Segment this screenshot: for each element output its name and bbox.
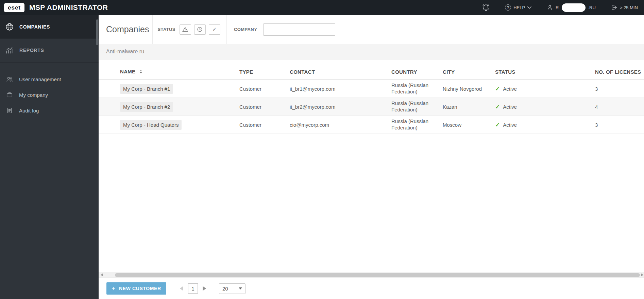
briefcase-icon <box>6 91 13 99</box>
new-customer-label: NEW CUSTOMER <box>119 286 161 291</box>
cell-licenses: 3 <box>595 116 644 134</box>
sidebar-item-label: REPORTS <box>19 48 44 53</box>
sidebar-secondary-nav: User management My company <box>0 63 99 118</box>
notifications-bell-icon[interactable] <box>482 3 490 12</box>
page-size-value: 20 <box>222 286 228 292</box>
chevron-down-icon <box>527 6 531 9</box>
app-title: MSP ADMINISTRATOR <box>29 3 108 12</box>
companies-table-wrap: NAME TYPE CONTACT COUNTRY CITY STATUS NO… <box>99 64 644 134</box>
column-header-licenses[interactable]: NO. OF LICENSES <box>595 64 644 80</box>
topbar-right: ? HELP R .RU <box>482 3 644 12</box>
content-header: Companies STATUS <box>99 15 644 44</box>
companies-table: NAME TYPE CONTACT COUNTRY CITY STATUS NO… <box>99 64 644 134</box>
scroll-left-arrow-icon[interactable] <box>101 274 103 276</box>
cell-city: Kazan <box>443 98 495 116</box>
cell-licenses: 4 <box>595 98 644 116</box>
user-account-menu[interactable]: R .RU <box>546 3 596 12</box>
cell-type: Customer <box>239 98 290 116</box>
company-name-link[interactable]: My Corp - Branch #2 <box>120 102 173 112</box>
chart-icon <box>5 46 14 55</box>
sidebar-item-reports[interactable]: REPORTS <box>0 38 99 62</box>
session-timeout[interactable]: > 25 MIN <box>611 4 638 11</box>
warning-triangle-icon <box>182 26 188 33</box>
sidebar-scrollbar-thumb[interactable] <box>96 19 98 45</box>
cell-type: Customer <box>239 116 290 134</box>
status-filter-pending-button[interactable] <box>194 24 206 35</box>
sidebar-item-user-management[interactable]: User management <box>0 71 99 87</box>
chevron-down-icon <box>239 287 242 289</box>
column-header-status[interactable]: STATUS <box>495 64 595 80</box>
company-filter-input[interactable] <box>263 23 335 36</box>
cell-country: Russia (Russian Federation) <box>391 80 443 98</box>
user-icon <box>546 4 553 11</box>
cell-country: Russia (Russian Federation) <box>391 98 443 116</box>
next-page-arrow-icon[interactable] <box>203 286 206 291</box>
cell-status: ✓Active <box>495 116 595 134</box>
page-title: Companies <box>106 24 149 34</box>
topbar: eset MSP ADMINISTRATOR ? HELP <box>0 0 644 15</box>
footer: + NEW CUSTOMER 1 20 <box>99 278 644 299</box>
current-page-indicator[interactable]: 1 <box>188 283 198 294</box>
sidebar-item-my-company[interactable]: My company <box>0 87 99 103</box>
cell-country: Russia (Russian Federation) <box>391 116 443 134</box>
redacted-username <box>562 3 586 12</box>
page-size-dropdown[interactable]: 20 <box>219 283 245 294</box>
previous-page-arrow-icon[interactable] <box>180 286 183 291</box>
cell-city: Moscow <box>443 116 495 134</box>
horizontal-scrollbar[interactable] <box>99 272 644 278</box>
question-circle-icon: ? <box>505 4 511 11</box>
status-label: Active <box>503 104 517 110</box>
eset-logo: eset <box>4 3 24 12</box>
column-header-type[interactable]: TYPE <box>239 64 290 80</box>
status-check-icon: ✓ <box>495 85 500 92</box>
sidebar-item-label: Audit log <box>19 108 39 113</box>
username-suffix: .RU <box>588 5 596 10</box>
sidebar-item-label: My company <box>19 92 48 98</box>
sidebar-item-audit-log[interactable]: Audit log <box>0 103 99 118</box>
check-icon: ✓ <box>212 26 217 33</box>
app-root: eset MSP ADMINISTRATOR ? HELP <box>0 0 644 299</box>
cell-contact: cio@mycorp.com <box>290 116 391 134</box>
header-divider <box>152 15 153 44</box>
table-row[interactable]: My Corp - Head Quaters Customer cio@myco… <box>99 116 644 134</box>
table-header-row: NAME TYPE CONTACT COUNTRY CITY STATUS NO… <box>99 64 644 80</box>
sidebar: COMPANIES REPORTS <box>0 15 99 299</box>
sidebar-item-companies[interactable]: COMPANIES <box>0 15 99 38</box>
scroll-right-arrow-icon[interactable] <box>641 274 643 276</box>
cell-status: ✓Active <box>495 98 595 116</box>
new-customer-button[interactable]: + NEW CUSTOMER <box>106 282 166 295</box>
table-row[interactable]: My Corp - Branch #2 Customer it_br2@myco… <box>99 98 644 116</box>
globe-icon <box>5 22 14 31</box>
logout-exit-icon <box>611 4 617 11</box>
company-name-link[interactable]: My Corp - Head Quaters <box>120 120 182 130</box>
breadcrumb[interactable]: Anti-malware.ru <box>99 44 644 59</box>
company-name-link[interactable]: My Corp - Branch #1 <box>120 84 173 94</box>
cell-status: ✓Active <box>495 80 595 98</box>
status-filter-active-button[interactable]: ✓ <box>209 24 220 35</box>
sidebar-item-label: COMPANIES <box>19 24 50 30</box>
clipboard-icon <box>6 107 13 114</box>
cell-city: Nizhny Novgorod <box>443 80 495 98</box>
column-header-contact[interactable]: CONTACT <box>290 64 391 80</box>
cell-contact: it_br2@mycorp.com <box>290 98 391 116</box>
cell-licenses: 3 <box>595 80 644 98</box>
plus-icon: + <box>112 285 116 292</box>
session-timeout-label: > 25 MIN <box>620 5 638 10</box>
status-filter-label: STATUS <box>157 27 175 32</box>
status-filter-warning-button[interactable] <box>180 24 191 35</box>
table-row[interactable]: My Corp - Branch #1 Customer it_br1@myco… <box>99 80 644 98</box>
breadcrumb-company[interactable]: Anti-malware.ru <box>106 49 144 55</box>
clock-icon <box>197 26 203 33</box>
column-header-name[interactable]: NAME <box>99 64 239 80</box>
help-menu[interactable]: ? HELP <box>505 4 531 11</box>
sidebar-item-label: User management <box>19 76 61 82</box>
column-header-country[interactable]: COUNTRY <box>391 64 443 80</box>
column-header-city[interactable]: CITY <box>443 64 495 80</box>
company-filter-label: COMPANY <box>234 27 257 32</box>
sort-icon[interactable] <box>139 69 143 75</box>
status-check-icon: ✓ <box>495 121 500 128</box>
status-label: Active <box>503 86 517 92</box>
scrollbar-thumb[interactable] <box>115 273 640 277</box>
help-label: HELP <box>513 5 525 10</box>
cell-type: Customer <box>239 80 290 98</box>
